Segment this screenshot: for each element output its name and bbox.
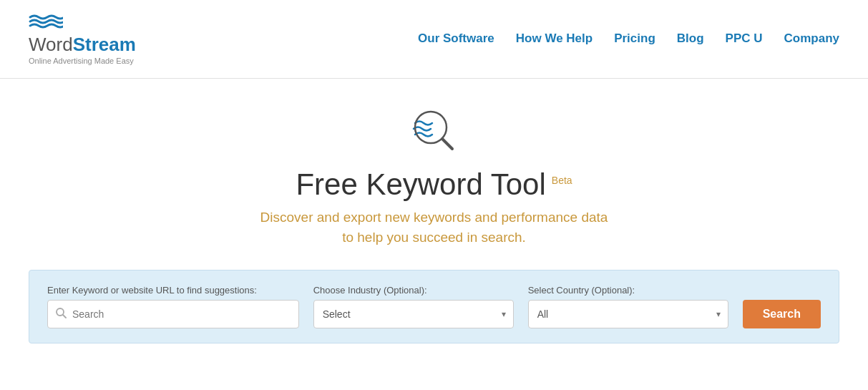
industry-label: Choose Industry (Optional): — [313, 285, 514, 296]
nav-item-how-we-help[interactable]: How We Help — [516, 31, 593, 46]
nav-item-software[interactable]: Our Software — [418, 31, 494, 46]
country-select-wrapper: All United States United Kingdom Canada … — [528, 300, 728, 328]
industry-select[interactable]: Select Automotive Business & Industrial … — [314, 301, 513, 328]
logo-word1: Word — [29, 34, 73, 55]
hero-icon — [402, 100, 467, 160]
nav-item-ppcu[interactable]: PPC U — [726, 31, 763, 46]
main-content: Free Keyword Tool Beta Discover and expo… — [0, 79, 868, 343]
logo-brand: WordStream — [29, 34, 136, 55]
country-select[interactable]: All United States United Kingdom Canada … — [529, 301, 728, 328]
nav-item-blog[interactable]: Blog — [677, 31, 704, 46]
hero-subtitle-line1: Discover and export new keywords and per… — [260, 210, 608, 225]
search-button[interactable]: Search — [743, 300, 821, 328]
logo-waves-icon — [29, 13, 136, 33]
nav-item-pricing[interactable]: Pricing — [614, 31, 655, 46]
svg-line-1 — [442, 139, 452, 149]
keyword-label: Enter Keyword or website URL to find sug… — [47, 285, 299, 296]
beta-badge: Beta — [552, 175, 572, 186]
hero-title-text: Free Keyword Tool — [296, 167, 545, 202]
hero-title-area: Free Keyword Tool Beta — [296, 167, 572, 202]
logo-tagline: Online Advertising Made Easy — [29, 57, 136, 65]
country-label: Select Country (Optional): — [528, 285, 728, 296]
keyword-field-group: Enter Keyword or website URL to find sug… — [47, 285, 299, 328]
hero-subtitle: Discover and export new keywords and per… — [260, 208, 608, 248]
nav-item-company[interactable]: Company — [784, 31, 839, 46]
search-icon — [55, 307, 67, 321]
logo-word2: Stream — [73, 34, 136, 55]
search-panel: Enter Keyword or website URL to find sug… — [29, 270, 839, 343]
country-field-group: Select Country (Optional): All United St… — [528, 285, 728, 328]
industry-select-wrapper: Select Automotive Business & Industrial … — [313, 300, 514, 328]
keyword-input-wrapper — [47, 300, 299, 328]
keyword-input[interactable] — [72, 308, 291, 320]
industry-field-group: Choose Industry (Optional): Select Autom… — [313, 285, 514, 328]
main-nav: Our Software How We Help Pricing Blog PP… — [418, 31, 839, 46]
header: WordStream Online Advertising Made Easy … — [0, 0, 868, 79]
hero-subtitle-line2: to help you succeed in search. — [342, 230, 526, 245]
svg-line-3 — [63, 315, 66, 318]
logo-area: WordStream Online Advertising Made Easy — [29, 13, 136, 65]
